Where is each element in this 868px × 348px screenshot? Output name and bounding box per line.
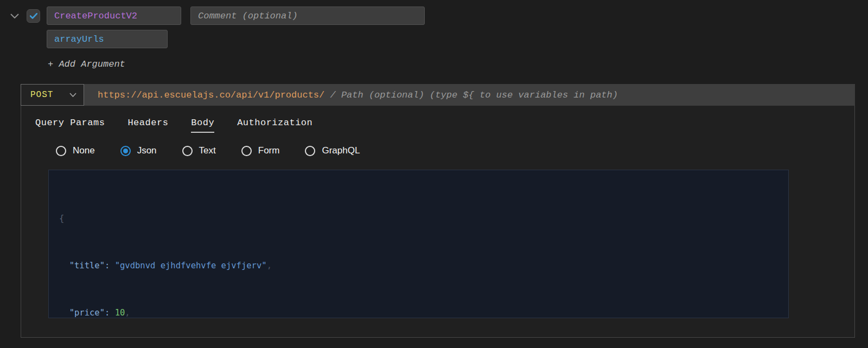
radio-json[interactable]: Json: [120, 145, 157, 156]
code-token: "title":: [59, 261, 115, 270]
url-value: https://api.escuelajs.co/api/v1/products…: [98, 90, 324, 100]
argument-row: [47, 30, 868, 48]
code-token: ,: [125, 308, 130, 318]
chevron-down-icon: [10, 14, 19, 18]
code-token: "price":: [59, 308, 115, 318]
radio-text[interactable]: Text: [182, 145, 216, 156]
collapse-chevron-button[interactable]: [7, 8, 23, 24]
method-label: POST: [30, 90, 53, 100]
radio-label: Form: [258, 145, 280, 156]
radio-circle-icon: [56, 146, 66, 156]
add-argument-button[interactable]: + Add Argument: [48, 59, 125, 69]
radio-graphql[interactable]: GraphQL: [305, 145, 360, 156]
method-select[interactable]: POST: [21, 84, 84, 106]
url-path-placeholder: / Path (optional) (type ${ to use variab…: [324, 90, 618, 100]
radio-label: None: [73, 145, 95, 156]
code-line: "title": "gvdbnvd ejhdfvehvfe ejvfjerv",: [59, 258, 788, 274]
radio-form[interactable]: Form: [241, 145, 280, 156]
url-input[interactable]: https://api.escuelajs.co/api/v1/products…: [84, 84, 855, 106]
function-name-input[interactable]: [47, 7, 181, 25]
radio-circle-icon: [305, 146, 315, 156]
radio-circle-icon: [182, 146, 193, 156]
chevron-down-icon: [69, 93, 76, 97]
comment-input[interactable]: [190, 7, 425, 25]
checkmark-icon: [30, 13, 37, 19]
code-token: "gvdbnvd ejhdfvehvfe ejvfjerv": [115, 261, 267, 270]
tab-body[interactable]: Body: [191, 118, 214, 133]
url-row: POST https://api.escuelajs.co/api/v1/pro…: [21, 85, 854, 106]
code-token: 10: [115, 308, 125, 318]
request-tabs: Query Params Headers Body Authorization: [35, 118, 854, 133]
argument-input[interactable]: [47, 30, 168, 48]
code-line: {: [59, 211, 788, 227]
radio-label: Text: [199, 145, 216, 156]
code-token: {: [59, 214, 64, 223]
code-token: ,: [267, 261, 272, 270]
radio-label: GraphQL: [322, 145, 360, 156]
json-body-editor[interactable]: { "title": "gvdbnvd ejhdfvehvfe ejvfjerv…: [48, 170, 789, 318]
radio-none[interactable]: None: [56, 145, 95, 156]
radio-label: Json: [137, 145, 157, 156]
body-type-radios: None Json Text Form GraphQL: [56, 145, 854, 156]
function-enabled-checkbox[interactable]: [27, 9, 40, 23]
radio-circle-icon: [120, 146, 131, 156]
radio-circle-icon: [241, 146, 252, 156]
tab-headers[interactable]: Headers: [127, 118, 168, 133]
tab-authorization[interactable]: Authorization: [237, 118, 312, 133]
function-header-row: [7, 7, 868, 25]
tab-query-params[interactable]: Query Params: [35, 118, 105, 133]
request-panel: POST https://api.escuelajs.co/api/v1/pro…: [21, 84, 855, 338]
code-line: "price": 10,: [59, 305, 788, 318]
